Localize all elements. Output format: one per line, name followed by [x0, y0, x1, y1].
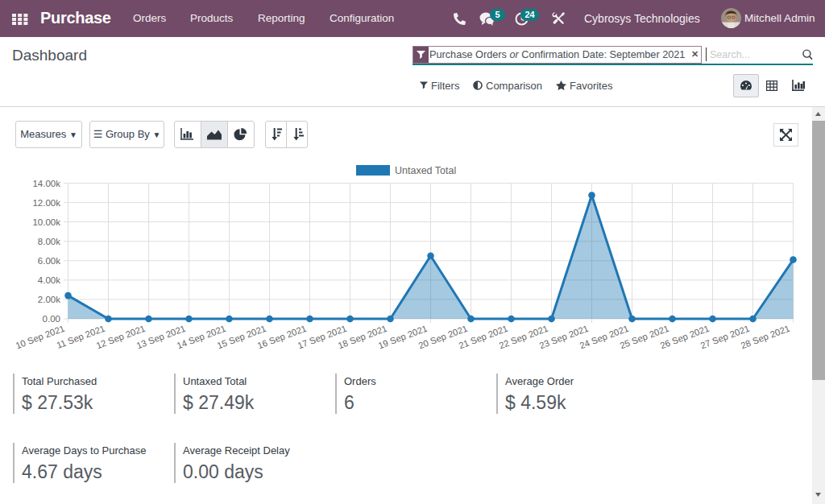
svg-text:4.00k: 4.00k — [38, 275, 60, 285]
svg-text:2.00k: 2.00k — [38, 295, 60, 304]
svg-text:6.00k: 6.00k — [38, 256, 60, 266]
svg-text:14.00k: 14.00k — [32, 179, 60, 188]
svg-text:8.00k: 8.00k — [38, 237, 60, 246]
svg-text:Untaxed Total: Untaxed Total — [395, 165, 456, 176]
svg-text:10.00k: 10.00k — [32, 217, 60, 227]
svg-text:0.00: 0.00 — [43, 314, 60, 324]
svg-text:12.00k: 12.00k — [32, 198, 60, 208]
